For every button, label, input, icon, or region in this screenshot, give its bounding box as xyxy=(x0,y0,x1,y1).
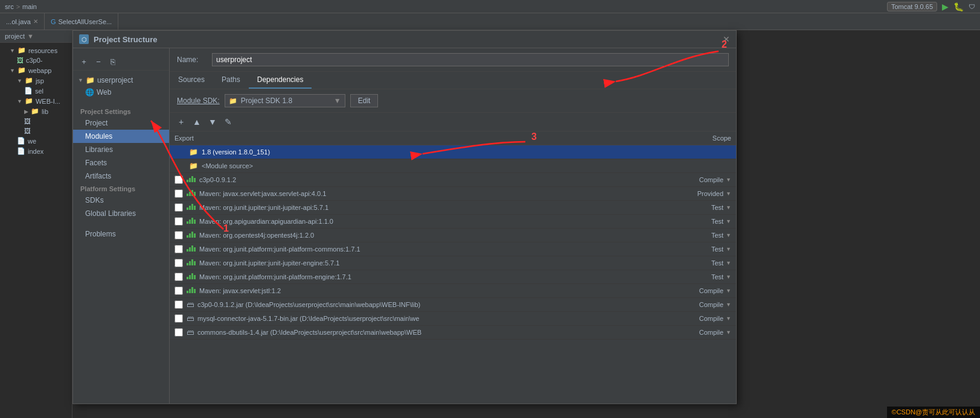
dep-table-row[interactable]: 🗃mysql-connector-java-5.1.7-bin.jar (D:\… xyxy=(170,312,736,326)
nav-item-sdks[interactable]: SDKs xyxy=(73,194,169,207)
nav-item-problems[interactable]: Problems xyxy=(73,227,169,241)
scope-arrow-icon[interactable]: ▼ xyxy=(726,246,731,252)
dep-down-button[interactable]: ▼ xyxy=(206,115,219,128)
dep-table-row[interactable]: Maven: org.apiguardian:apiguardian-api:1… xyxy=(170,215,736,229)
dep-name-label: c3p0-0.9.1.2.jar (D:\IdeaProjects\userpr… xyxy=(197,301,420,308)
tree-label: lib xyxy=(42,108,48,115)
dep-export-checkbox[interactable] xyxy=(175,314,183,323)
dep-export-checkbox[interactable] xyxy=(175,287,183,295)
dep-up-button[interactable]: ▲ xyxy=(190,115,203,128)
dep-name-label: mysql-connector-java-5.1.7-bin.jar (D:\I… xyxy=(197,315,419,322)
tree-item-jsp[interactable]: ▼ 📁 jsp xyxy=(0,75,72,86)
scope-arrow-icon[interactable]: ▼ xyxy=(726,274,731,280)
scope-arrow-icon[interactable]: ▼ xyxy=(726,315,731,321)
sidebar-header: project ▼ xyxy=(0,30,72,43)
scope-arrow-icon[interactable]: ▼ xyxy=(726,218,731,224)
tree-item-file1[interactable]: 🖼 xyxy=(0,116,72,126)
scope-arrow-icon[interactable]: ▼ xyxy=(726,232,731,238)
nav-item-artifacts[interactable]: Artifacts xyxy=(73,169,169,183)
nav-item-modules[interactable]: Modules xyxy=(73,130,169,143)
tree-item-lib[interactable]: ▶ 📁 lib xyxy=(0,106,72,116)
tab-select-all[interactable]: G SelectAllUserSe... xyxy=(45,13,118,30)
file-icon: 📄 xyxy=(17,137,25,145)
name-input[interactable] xyxy=(212,53,729,66)
library-icon xyxy=(187,176,196,183)
nav-item-project[interactable]: Project xyxy=(73,116,169,130)
nav-item-facets[interactable]: Facets xyxy=(73,156,169,169)
shield-icon[interactable]: 🛡 xyxy=(969,3,975,10)
nav-item-libraries[interactable]: Libraries xyxy=(73,143,169,156)
dep-toolbar: + ▲ ▼ ✎ xyxy=(170,113,736,131)
run-button[interactable]: ▶ xyxy=(942,2,949,11)
dep-table-row[interactable]: 📁1.8 (version 1.8.0_151) xyxy=(170,145,736,159)
tab-paths[interactable]: Paths xyxy=(213,72,249,89)
scope-arrow-icon[interactable]: ▼ xyxy=(726,191,731,197)
dep-export-checkbox[interactable] xyxy=(175,217,183,226)
dep-export-checkbox[interactable] xyxy=(175,189,183,198)
dep-edit-button[interactable]: ✎ xyxy=(222,115,235,128)
scope-arrow-icon[interactable]: ▼ xyxy=(726,177,731,183)
module-web-label: Web xyxy=(97,88,111,97)
tree-item-webinf[interactable]: ▼ 📁 WEB-I... xyxy=(0,96,72,106)
tomcat-dropdown[interactable]: Tomcat 9.0.65 xyxy=(887,2,937,11)
nav-add-button[interactable]: + xyxy=(78,55,90,68)
breadcrumb-main[interactable]: main xyxy=(22,3,37,10)
nav-copy-button[interactable]: ⎘ xyxy=(107,55,119,68)
dep-export-checkbox[interactable] xyxy=(175,231,183,239)
library-icon xyxy=(187,287,196,294)
edit-button[interactable]: Edit xyxy=(350,94,379,107)
tab-dependencies[interactable]: Dependencies xyxy=(249,72,312,89)
sdk-dropdown[interactable]: 📁 Project SDK 1.8 ▼ xyxy=(225,94,345,107)
library-icon xyxy=(187,245,196,253)
dep-table-row[interactable]: 📁<Module source> xyxy=(170,159,736,173)
scope-arrow-icon[interactable]: ▼ xyxy=(726,260,731,266)
tree-item-sel[interactable]: 📄 sel xyxy=(0,86,72,96)
debug-button[interactable]: 🐛 xyxy=(953,2,964,11)
tab-close-icon[interactable]: ✕ xyxy=(33,18,38,25)
dep-table-row[interactable]: c3p0-0.9.1.2Compile▼ xyxy=(170,173,736,187)
project-arrow[interactable]: ▼ xyxy=(27,33,34,40)
tree-item-file2[interactable]: 🖼 xyxy=(0,126,72,136)
tree-label: WEB-I... xyxy=(36,98,60,105)
dep-table-row[interactable]: Maven: org.junit.jupiter:junit-jupiter-a… xyxy=(170,201,736,215)
scope-arrow-icon[interactable]: ▼ xyxy=(726,288,731,294)
tree-item-webapp[interactable]: ▼ 📁 webapp xyxy=(0,65,72,75)
file-icon: 🗃 xyxy=(187,314,194,323)
dep-export-checkbox[interactable] xyxy=(175,273,183,281)
dep-table-row[interactable]: Maven: org.junit.jupiter:junit-jupiter-e… xyxy=(170,256,736,270)
dep-export-checkbox[interactable] xyxy=(175,328,183,337)
tree-item-index[interactable]: 📄 index xyxy=(0,146,72,156)
nav-item-global-libs[interactable]: Global Libraries xyxy=(73,207,169,220)
dep-add-button[interactable]: + xyxy=(175,115,188,128)
col-export: Export xyxy=(170,131,623,145)
sdk-bar: Module SDK: 📁 Project SDK 1.8 ▼ Edit xyxy=(170,89,736,113)
dep-export-checkbox[interactable] xyxy=(175,259,183,267)
scope-arrow-icon[interactable]: ▼ xyxy=(726,204,731,211)
module-tree-root[interactable]: ▼ 📁 userproject xyxy=(73,74,169,86)
module-tree-web[interactable]: 🌐 Web xyxy=(73,86,169,98)
dep-table-row[interactable]: Maven: org.opentest4j:opentest4j:1.2.0Te… xyxy=(170,229,736,242)
scope-label: Compile xyxy=(699,287,723,294)
project-structure-dialog: ⬡ Project Structure ✕ + − ⎘ ▼ 📁 xyxy=(72,30,737,404)
scope-arrow-icon[interactable]: ▼ xyxy=(726,329,731,335)
dep-table-row[interactable]: 🗃commons-dbutils-1.4.jar (D:\IdeaProject… xyxy=(170,326,736,340)
tab-ol-java[interactable]: ...ol.java ✕ xyxy=(0,13,45,30)
dep-table-row[interactable]: 🗃c3p0-0.9.1.2.jar (D:\IdeaProjects\userp… xyxy=(170,298,736,312)
dep-table-row[interactable]: Maven: org.junit.platform:junit-platform… xyxy=(170,270,736,284)
dep-export-checkbox[interactable] xyxy=(175,176,183,184)
library-icon xyxy=(187,218,196,225)
tree-item-we[interactable]: 📄 we xyxy=(0,136,72,146)
tree-item-c3p0[interactable]: 🖼 c3p0- xyxy=(0,55,72,65)
scope-arrow-icon[interactable]: ▼ xyxy=(726,302,731,308)
dep-export-checkbox[interactable] xyxy=(175,203,183,212)
dep-export-checkbox[interactable] xyxy=(175,300,183,309)
dep-table-row[interactable]: Maven: javax.servlet:jstl:1.2Compile▼ xyxy=(170,284,736,298)
dep-table-row[interactable]: Maven: org.junit.platform:junit-platform… xyxy=(170,242,736,256)
dep-export-checkbox[interactable] xyxy=(175,245,183,253)
breadcrumb-src[interactable]: src xyxy=(5,3,14,10)
dep-table-row[interactable]: Maven: javax.servlet:javax.servlet-api:4… xyxy=(170,187,736,201)
tree-item-resources[interactable]: ▼ 📁 resources xyxy=(0,45,72,55)
tab-sources[interactable]: Sources xyxy=(170,72,213,89)
nav-remove-button[interactable]: − xyxy=(92,55,104,68)
tree-label: jsp xyxy=(36,77,44,84)
